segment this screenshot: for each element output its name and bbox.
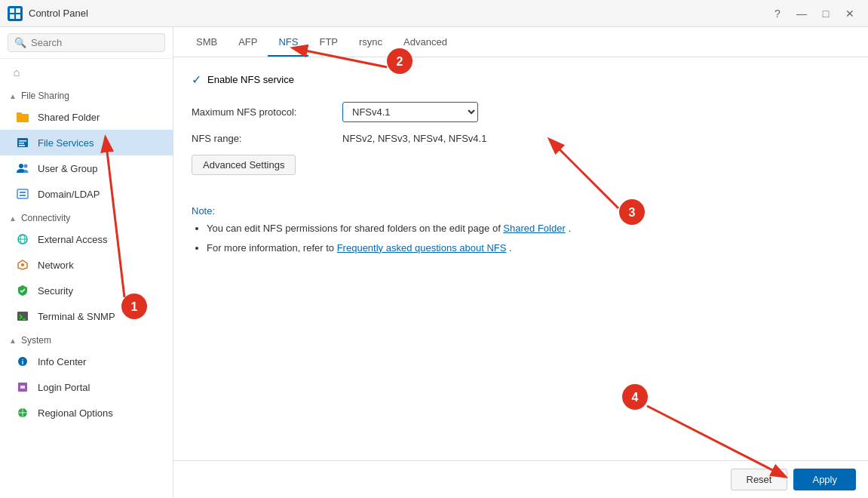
regional-icon	[15, 405, 30, 420]
enable-nfs-row: ✓ Enable NFS service	[192, 72, 850, 87]
enable-checkmark[interactable]: ✓	[192, 72, 201, 87]
apply-button[interactable]: Apply	[793, 469, 856, 490]
note-text-after-2: .	[509, 242, 512, 254]
sidebar-item-network[interactable]: Network	[0, 252, 173, 278]
chevron-icon: ▲	[9, 337, 17, 345]
app-icon	[8, 6, 23, 21]
tab-advanced[interactable]: Advanced	[393, 29, 458, 57]
note-text-after-1: .	[568, 223, 571, 234]
svg-rect-3	[16, 14, 20, 19]
enable-nfs-label: Enable NFS service	[207, 74, 294, 85]
note-label: Note:	[192, 205, 850, 217]
max-protocol-row: Maximum NFS protocol: NFSv4.1 NFSv4 NFSv…	[192, 102, 850, 122]
search-box: 🔍	[0, 27, 173, 59]
login-icon	[15, 380, 30, 395]
sidebar: 🔍 ⌂ ▲ File Sharing Shared Folder	[0, 27, 173, 498]
advanced-settings-button[interactable]: Advanced Settings	[192, 155, 296, 175]
protocol-select[interactable]: NFSv4.1 NFSv4 NFSv3 NFSv2	[342, 102, 478, 122]
sidebar-item-label: Network	[38, 260, 74, 271]
search-input[interactable]	[31, 37, 158, 48]
titlebar: Control Panel ? — □ ✕	[0, 0, 868, 27]
sidebar-item-info-center[interactable]: i Info Center	[0, 349, 173, 374]
shared-folder-link[interactable]: Shared Folder	[503, 223, 565, 234]
sidebar-item-login-portal[interactable]: Login Portal	[0, 374, 173, 400]
sidebar-section-file-sharing[interactable]: ▲ File Sharing	[0, 85, 173, 104]
search-icon: 🔍	[14, 37, 26, 48]
svg-rect-5	[19, 140, 26, 142]
nfs-range-label: NFS range:	[192, 133, 342, 144]
svg-rect-10	[17, 189, 28, 198]
sidebar-item-shared-folder[interactable]: Shared Folder	[0, 104, 173, 130]
sidebar-item-label: User & Group	[38, 163, 97, 174]
tab-afp[interactable]: AFP	[228, 29, 268, 57]
file-services-icon	[15, 135, 30, 150]
svg-point-16	[21, 263, 24, 266]
sidebar-section-system[interactable]: ▲ System	[0, 329, 173, 349]
help-button[interactable]: ?	[767, 5, 788, 23]
sidebar-item-label: Security	[38, 285, 73, 297]
section-label: File Sharing	[21, 91, 69, 101]
svg-rect-2	[10, 14, 14, 19]
faq-link[interactable]: Frequently asked questions about NFS	[337, 242, 507, 254]
info-icon: i	[15, 354, 30, 369]
maximize-button[interactable]: □	[815, 5, 836, 23]
home-icon: ⌂	[9, 64, 24, 79]
sidebar-item-external-access[interactable]: External Access	[0, 226, 173, 252]
minimize-button[interactable]: —	[791, 5, 812, 23]
reset-button[interactable]: Reset	[731, 469, 788, 490]
folder-icon	[15, 109, 30, 124]
note-text-before-1: You can edit NFS permissions for shared …	[207, 223, 503, 234]
sidebar-item-label: External Access	[38, 234, 108, 245]
sidebar-item-label: Terminal & SNMP	[38, 311, 115, 322]
sidebar-section-connectivity[interactable]: ▲ Connectivity	[0, 207, 173, 226]
sidebar-item-security[interactable]: Security	[0, 278, 173, 303]
tab-rsync[interactable]: rsync	[348, 29, 393, 57]
sidebar-item-user-group[interactable]: User & Group	[0, 155, 173, 181]
svg-rect-22	[20, 386, 25, 389]
svg-text:i: i	[22, 358, 24, 366]
sidebar-item-label: Info Center	[38, 356, 86, 367]
nfs-range-value: NFSv2, NFSv3, NFSv4, NFSv4.1	[342, 133, 486, 144]
note-section: Note: You can edit NFS permissions for s…	[192, 205, 850, 255]
section-label: Connectivity	[21, 213, 70, 223]
svg-rect-1	[16, 8, 20, 13]
terminal-icon	[15, 309, 30, 324]
svg-rect-7	[19, 145, 25, 146]
sidebar-item-label: Domain/LDAP	[38, 189, 100, 200]
note-item-1: You can edit NFS permissions for shared …	[207, 221, 850, 236]
svg-point-9	[24, 164, 28, 168]
tab-smb[interactable]: SMB	[186, 29, 228, 57]
sidebar-item-terminal-snmp[interactable]: Terminal & SNMP	[0, 303, 173, 329]
external-access-icon	[15, 232, 30, 247]
user-group-icon	[15, 161, 30, 176]
sidebar-item-home[interactable]: ⌂	[0, 59, 173, 85]
sidebar-item-file-services[interactable]: File Services	[0, 130, 173, 155]
close-button[interactable]: ✕	[839, 5, 860, 23]
window-title: Control Panel	[29, 8, 88, 19]
content-footer: Reset Apply	[173, 460, 868, 498]
tab-ftp[interactable]: FTP	[308, 29, 348, 57]
security-icon	[15, 283, 30, 298]
chevron-icon: ▲	[9, 214, 17, 223]
svg-point-8	[19, 164, 23, 168]
note-item-2: For more information, refer to Frequentl…	[207, 241, 850, 256]
sidebar-item-label: File Services	[38, 137, 94, 149]
sidebar-item-domain-ldap[interactable]: Domain/LDAP	[0, 181, 173, 207]
note-text-before-2: For more information, refer to	[207, 242, 337, 254]
tab-nfs[interactable]: NFS	[268, 29, 308, 57]
svg-rect-12	[20, 195, 26, 196]
domain-icon	[15, 186, 30, 201]
sidebar-item-label: Login Portal	[38, 382, 90, 393]
content-body: ✓ Enable NFS service Maximum NFS protoco…	[173, 57, 868, 460]
nfs-range-row: NFS range: NFSv2, NFSv3, NFSv4, NFSv4.1	[192, 133, 850, 144]
svg-rect-0	[10, 8, 14, 13]
section-label: System	[21, 335, 51, 346]
tab-bar: SMB AFP NFS FTP rsync Advanced	[173, 27, 868, 57]
sidebar-item-label: Regional Options	[38, 407, 113, 419]
chevron-icon: ▲	[9, 92, 17, 100]
network-icon	[15, 257, 30, 272]
svg-rect-11	[20, 192, 26, 193]
content-area: SMB AFP NFS FTP rsync Advanced ✓ Enable …	[173, 27, 868, 498]
sidebar-item-regional-options[interactable]: Regional Options	[0, 400, 173, 426]
svg-rect-6	[19, 143, 24, 144]
